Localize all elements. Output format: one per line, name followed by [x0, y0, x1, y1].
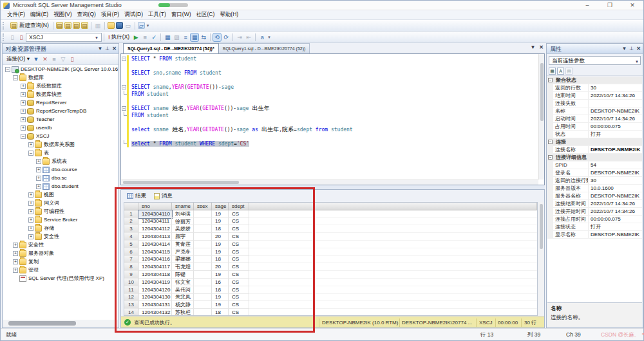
window-position-icon[interactable]: ▼: [97, 44, 102, 54]
property-row[interactable]: 占用时间00:00:00.075: [547, 123, 642, 131]
tree-item[interactable]: +同义词: [3, 199, 118, 207]
tree-item[interactable]: +视图: [3, 190, 118, 199]
grid-cell[interactable]: 1204304115: [138, 248, 172, 256]
result-grid-icon[interactable]: ▦: [191, 33, 198, 41]
tree-item[interactable]: +userdb: [3, 124, 118, 132]
available-databases-combo[interactable]: XSCJ▼: [26, 33, 102, 42]
menu-item[interactable]: 项目(P): [99, 11, 122, 19]
property-row[interactable]: 名称DESKTOP-NBME2IK: [547, 107, 642, 115]
editor-vscrollbar[interactable]: [538, 54, 544, 180]
tree-item[interactable]: +SQL Server 代理(已禁用代理 XP): [3, 274, 118, 282]
grid-cell[interactable]: [194, 309, 212, 316]
maximize-button[interactable]: ❐: [601, 1, 618, 10]
grid-cell[interactable]: [194, 225, 212, 233]
expand-icon[interactable]: +: [21, 109, 26, 114]
expand-icon[interactable]: +: [28, 201, 33, 206]
tree-item[interactable]: +dbo.sc: [3, 174, 118, 182]
pin-icon[interactable]: ⊥: [105, 44, 109, 54]
grid-cell[interactable]: 11: [124, 286, 138, 294]
grid-cell[interactable]: 1204304114: [138, 241, 172, 248]
new-tsql-icon[interactable]: ▤: [56, 22, 63, 29]
connect-disabled-icon[interactable]: ▯: [8, 33, 16, 41]
grid-header-sno[interactable]: sno: [138, 203, 172, 210]
tree-item[interactable]: +管理: [3, 266, 118, 274]
grid-cell[interactable]: 19: [212, 301, 229, 309]
expand-icon[interactable]: –: [28, 151, 33, 156]
tree-item[interactable]: +安全性: [3, 241, 118, 249]
sql-editor[interactable]: –SELECT * FROM studentSELECT sno,sname F…: [120, 53, 545, 185]
property-row[interactable]: 返回的行数30: [547, 84, 642, 92]
grid-cell[interactable]: 颜宇: [172, 233, 194, 241]
tree-item[interactable]: +Teacher: [3, 115, 118, 124]
execute-button[interactable]: !执行(X): [106, 33, 131, 42]
grid-cell[interactable]: 9: [124, 271, 138, 279]
close-icon[interactable]: ✕: [636, 44, 641, 54]
property-row[interactable]: 连接状态打开: [547, 223, 642, 231]
tree-item[interactable]: +ReportServerTempDB: [3, 107, 118, 115]
grid-cell[interactable]: 6: [124, 248, 138, 256]
specify-values-icon[interactable]: ▧: [173, 33, 180, 41]
grid-cell[interactable]: 7: [124, 256, 138, 264]
grid-cell[interactable]: 4: [124, 233, 138, 241]
expand-icon[interactable]: +: [13, 259, 18, 264]
grid-cell[interactable]: CS: [229, 225, 249, 233]
grid-header-sname[interactable]: sname: [172, 203, 194, 210]
property-row[interactable]: 连接名称DESKTOP-NBME2IK: [547, 146, 642, 154]
toolbar-grip[interactable]: [3, 33, 6, 41]
grid-cell[interactable]: 1204304117: [138, 263, 172, 271]
tree-item[interactable]: –XSCJ: [3, 132, 118, 140]
expand-icon[interactable]: +: [28, 226, 33, 231]
grid-cell[interactable]: [194, 233, 212, 241]
categorized-icon[interactable]: ▦: [549, 68, 556, 75]
menu-item[interactable]: 帮助(H): [217, 11, 241, 19]
stop-disabled-icon[interactable]: ■: [141, 33, 149, 41]
grid-cell[interactable]: 1204304131: [138, 301, 172, 309]
menu-item[interactable]: 窗口(W): [169, 11, 194, 19]
stop-disabled-icon[interactable]: ■: [50, 55, 58, 63]
grid-cell[interactable]: 8: [124, 263, 138, 271]
menu-item[interactable]: 社区(C): [194, 11, 218, 19]
window-position-icon[interactable]: ▼: [621, 44, 627, 54]
doc-list-icon[interactable]: ▼: [530, 44, 535, 50]
expand-icon[interactable]: +: [13, 251, 18, 256]
grid-cell[interactable]: 徐丽芳: [172, 218, 194, 226]
tree-item[interactable]: +数据库关系图: [3, 140, 118, 149]
expand-icon[interactable]: –: [13, 75, 18, 80]
grid-cell[interactable]: 1204304110: [138, 210, 172, 218]
grid-cell[interactable]: 1204304130: [138, 294, 172, 302]
grid-cell[interactable]: 16: [212, 279, 229, 286]
fold-collapse-icon[interactable]: –: [122, 85, 126, 89]
grid-cell[interactable]: 10: [124, 279, 138, 286]
grid-cell[interactable]: 14: [124, 309, 138, 316]
grid-cell[interactable]: 韦龙煌: [172, 263, 194, 271]
collapse-icon[interactable]: –: [548, 140, 553, 144]
tree-item[interactable]: +Service Broker: [3, 216, 118, 224]
menu-item[interactable]: 编辑(E): [28, 11, 51, 19]
grid-cell[interactable]: [194, 256, 212, 264]
collapse-icon[interactable]: –: [548, 78, 553, 82]
new-query-button[interactable]: ▤新建查询(N): [8, 21, 51, 30]
tree-item[interactable]: +存储: [3, 224, 118, 232]
change-connection-icon[interactable]: ▯: [17, 33, 25, 41]
property-row[interactable]: –连接: [547, 138, 642, 146]
grid-cell[interactable]: 5: [124, 241, 138, 248]
property-row[interactable]: 连接开始时间2022/10/7 14:34:26: [547, 208, 642, 216]
grid-cell[interactable]: 2: [124, 218, 138, 226]
grid-cell[interactable]: 陈键: [172, 271, 194, 279]
property-row[interactable]: 连接占用时间00:00:00.075: [547, 216, 642, 223]
grid-cell[interactable]: 严克冬: [172, 248, 194, 256]
grid-cell[interactable]: 1204304113: [138, 233, 172, 241]
grid-cell[interactable]: 吴伟河: [172, 286, 194, 294]
run-icon[interactable]: ▶: [132, 33, 140, 41]
property-row[interactable]: 结束时间2022/10/7 14:34:26: [547, 92, 642, 100]
tree-item[interactable]: +系统数据库: [3, 82, 118, 90]
grid-cell[interactable]: 1204304119: [138, 279, 172, 286]
grid-cell[interactable]: [194, 248, 212, 256]
new-mdx-icon[interactable]: ▤: [81, 22, 88, 29]
property-row[interactable]: –连接详细信息: [547, 154, 642, 161]
grid-cell[interactable]: 吴娇娇: [172, 225, 194, 233]
grid-cell[interactable]: CS: [229, 263, 249, 271]
menu-item[interactable]: 文件(F): [5, 11, 28, 19]
editor-hscrollbar[interactable]: [121, 180, 538, 185]
grid-cell[interactable]: [194, 279, 212, 286]
